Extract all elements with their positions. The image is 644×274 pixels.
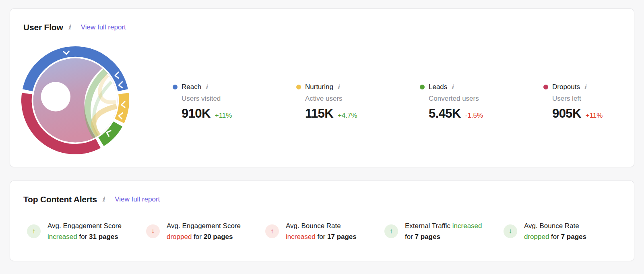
top-content-alerts-card: Top Content Alerts i View full report ↑ …	[10, 181, 634, 261]
alerts-title: Top Content Alerts	[23, 194, 97, 205]
alert-item[interactable]: ↑ Avg. Engagement Scoreincreased for 31 …	[27, 220, 146, 242]
metric-dropouts: Dropouts i Users left 905K +11%	[543, 83, 644, 120]
alert-metric-text: Avg. Engagement Score	[167, 222, 241, 230]
metric-subtitle: Converted users	[429, 94, 543, 103]
alert-text: Avg. Engagement Scoredropped for 20 page…	[167, 220, 264, 242]
alert-change-word: dropped	[524, 233, 549, 241]
alert-metric-text: for	[405, 233, 415, 241]
metric-reach: Reach i Users visited 910K +11%	[173, 83, 296, 120]
alert-change-word: dropped	[167, 233, 192, 241]
metric-delta: +11%	[215, 112, 232, 120]
alert-change-word: increased	[452, 222, 482, 230]
alert-item[interactable]: ↑ Avg. Bounce Rateincreased for 17 pages	[265, 220, 384, 242]
info-icon[interactable]: i	[451, 83, 454, 91]
alerts-view-report-link[interactable]: View full report	[115, 194, 160, 205]
alert-pages-count: 20 pages	[204, 233, 233, 241]
alert-metric-text: for	[549, 233, 561, 241]
alert-pages-count: 7 pages	[415, 233, 440, 241]
arrow-up-icon: ↑	[27, 224, 41, 238]
alert-item[interactable]: ↓ Avg. Bounce Ratedropped for 7 pages	[504, 220, 623, 242]
alert-item[interactable]: ↑ External Traffic increasedfor 7 pages	[384, 220, 504, 242]
boundary-dot	[114, 91, 118, 95]
info-icon[interactable]: i	[68, 22, 71, 33]
metric-value: 5.45K	[429, 107, 461, 120]
user-flow-chord-chart[interactable]	[21, 46, 129, 154]
alert-metric-text: Avg. Bounce Rate	[524, 222, 579, 230]
metric-subtitle: Users left	[552, 94, 644, 103]
legend-dot	[296, 85, 301, 89]
user-flow-metrics: Reach i Users visited 910K +11% Nurturin…	[173, 83, 644, 120]
alerts-header: Top Content Alerts i View full report	[10, 181, 634, 205]
user-flow-header: User Flow i View full report	[10, 9, 634, 33]
alert-metric-text: for	[77, 233, 89, 241]
alert-metric-text: External Traffic	[405, 222, 452, 230]
alert-pages-count: 7 pages	[561, 233, 586, 241]
metric-subtitle: Users visited	[182, 94, 296, 103]
legend-dot	[420, 85, 425, 89]
alert-metric-text: for	[316, 233, 327, 241]
user-flow-title: User Flow	[23, 22, 63, 33]
metric-delta: +4.7%	[338, 112, 357, 120]
alert-text: Avg. Engagement Scoreincreased for 31 pa…	[47, 220, 145, 242]
legend-dot	[543, 85, 548, 89]
alert-metric-text: Avg. Bounce Rate	[286, 222, 341, 230]
alert-pages-count: 17 pages	[327, 233, 357, 241]
alert-pages-count: 31 pages	[89, 233, 118, 241]
metric-leads: Leads i Converted users 5.45K -1.5%	[420, 83, 543, 120]
arrow-down-icon: ↓	[146, 224, 160, 238]
alert-item[interactable]: ↓ Avg. Engagement Scoredropped for 20 pa…	[146, 220, 265, 242]
alerts-row: ↑ Avg. Engagement Scoreincreased for 31 …	[27, 220, 623, 242]
arrow-down-icon: ↓	[504, 224, 517, 238]
metric-value: 115K	[305, 107, 333, 120]
alert-metric-text: Avg. Engagement Score	[47, 222, 122, 230]
metric-nurturing: Nurturing i Active users 115K +4.7%	[296, 83, 420, 120]
metric-delta: -1.5%	[465, 112, 483, 120]
info-icon[interactable]: i	[584, 83, 586, 91]
info-icon[interactable]: i	[337, 83, 340, 91]
alert-text: Avg. Bounce Ratedropped for 7 pages	[524, 220, 622, 242]
boundary-dot	[110, 117, 114, 121]
metric-value: 905K	[552, 107, 581, 120]
alert-change-word: increased	[286, 233, 316, 241]
alert-text: Avg. Bounce Rateincreased for 17 pages	[286, 220, 384, 242]
metric-name: Dropouts	[552, 83, 580, 91]
info-icon[interactable]: i	[205, 83, 208, 91]
chord-chart-svg	[21, 46, 129, 154]
legend-dot	[173, 85, 178, 89]
metric-subtitle: Active users	[305, 94, 420, 103]
arrow-up-icon: ↑	[265, 224, 279, 238]
metric-name: Leads	[429, 83, 447, 91]
flow-hole	[41, 82, 70, 111]
alert-metric-text: for	[192, 233, 203, 241]
user-flow-view-report-link[interactable]: View full report	[81, 22, 126, 33]
metric-delta: +11%	[586, 112, 603, 120]
flow-chords	[33, 58, 117, 142]
user-flow-card: User Flow i View full report	[10, 8, 634, 167]
metric-value: 910K	[182, 107, 211, 120]
metric-name: Nurturing	[305, 83, 333, 91]
alert-change-word: increased	[47, 233, 77, 241]
alert-text: External Traffic increasedfor 7 pages	[405, 220, 503, 242]
arrow-up-icon: ↑	[384, 224, 398, 238]
info-icon[interactable]: i	[102, 194, 105, 205]
metric-name: Reach	[182, 83, 201, 91]
